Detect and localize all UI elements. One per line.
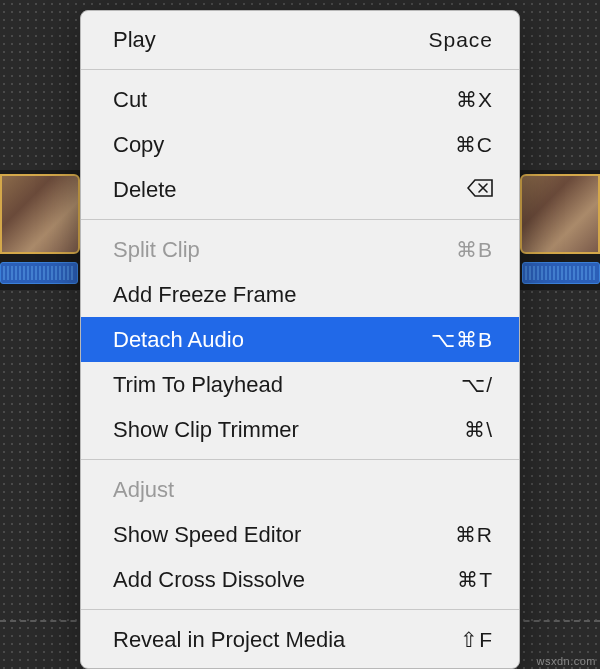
menu-label: Detach Audio — [113, 323, 244, 356]
menu-label: Adjust — [113, 473, 174, 506]
menu-item-show-speed-editor[interactable]: Show Speed Editor ⌘R — [81, 512, 519, 557]
menu-item-add-cross-dissolve[interactable]: Add Cross Dissolve ⌘T — [81, 557, 519, 602]
menu-label: Show Clip Trimmer — [113, 413, 299, 446]
menu-item-show-clip-trimmer[interactable]: Show Clip Trimmer ⌘\ — [81, 407, 519, 452]
menu-item-detach-audio[interactable]: Detach Audio ⌥⌘B — [81, 317, 519, 362]
watermark: wsxdn.com — [536, 655, 596, 667]
menu-shortcut: ⌘T — [403, 564, 493, 596]
menu-shortcut: ⇧F — [403, 624, 493, 656]
menu-label: Show Speed Editor — [113, 518, 301, 551]
menu-label: Split Clip — [113, 233, 200, 266]
menu-separator — [81, 69, 519, 70]
menu-shortcut: ⌘C — [403, 129, 493, 161]
menu-shortcut: ⌥⌘B — [403, 324, 493, 356]
menu-shortcut: ⌘\ — [403, 414, 493, 446]
menu-label: Add Cross Dissolve — [113, 563, 305, 596]
menu-label: Delete — [113, 173, 177, 206]
menu-item-adjust: Adjust — [81, 467, 519, 512]
menu-item-split-clip: Split Clip ⌘B — [81, 227, 519, 272]
menu-label: Add Freeze Frame — [113, 278, 296, 311]
menu-label: Reveal in Project Media — [113, 623, 345, 656]
menu-item-copy[interactable]: Copy ⌘C — [81, 122, 519, 167]
menu-shortcut: ⌥/ — [403, 369, 493, 401]
video-clip-thumbnail[interactable] — [520, 174, 600, 254]
video-clip-thumbnail[interactable] — [0, 174, 80, 254]
menu-shortcut: Space — [403, 24, 493, 56]
menu-label: Play — [113, 23, 156, 56]
menu-separator — [81, 459, 519, 460]
menu-item-delete[interactable]: Delete — [81, 167, 519, 212]
context-menu: Play Space Cut ⌘X Copy ⌘C Delete Split C… — [80, 10, 520, 669]
menu-shortcut: ⌘B — [403, 234, 493, 266]
menu-label: Trim To Playhead — [113, 368, 283, 401]
menu-separator — [81, 609, 519, 610]
menu-label: Cut — [113, 83, 147, 116]
menu-item-cut[interactable]: Cut ⌘X — [81, 77, 519, 122]
audio-waveform[interactable] — [522, 262, 600, 284]
menu-item-play[interactable]: Play Space — [81, 17, 519, 62]
menu-shortcut: ⌘R — [403, 519, 493, 551]
menu-item-add-freeze-frame[interactable]: Add Freeze Frame — [81, 272, 519, 317]
menu-item-trim-to-playhead[interactable]: Trim To Playhead ⌥/ — [81, 362, 519, 407]
menu-label: Copy — [113, 128, 164, 161]
backspace-icon — [403, 174, 493, 206]
menu-item-reveal-in-project-media[interactable]: Reveal in Project Media ⇧F — [81, 617, 519, 662]
menu-shortcut: ⌘X — [403, 84, 493, 116]
audio-waveform[interactable] — [0, 262, 78, 284]
menu-separator — [81, 219, 519, 220]
